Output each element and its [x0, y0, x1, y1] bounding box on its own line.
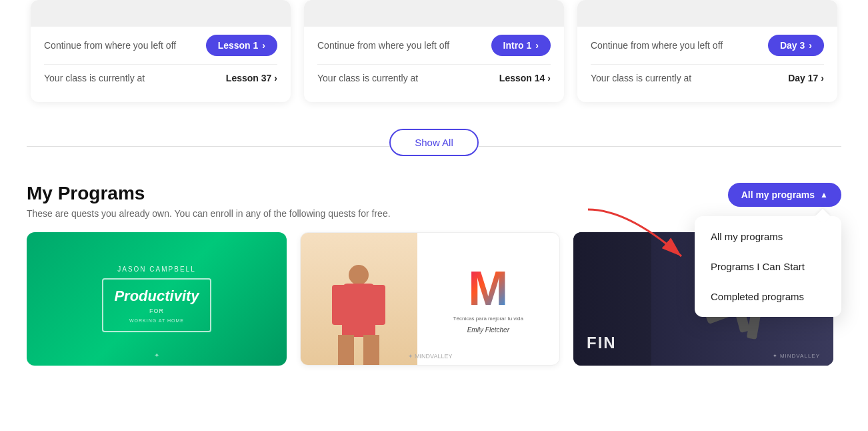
cards-row: Continue from where you left off Lesson … [27, 0, 841, 102]
programs-title-block: My Programs These are quests you already… [27, 183, 391, 219]
author-name: Jason Campbell [102, 266, 211, 273]
program-card-meditation[interactable]: M Técnicas para mejorar tu vida Emily Fl… [300, 232, 560, 366]
my-programs-section: My Programs These are quests you already… [0, 176, 868, 379]
card-2-image [304, 0, 564, 27]
card-1-continue-text: Continue from where you left off [44, 40, 176, 51]
program-card-productivity-inner: Jason Campbell Productivity for Working … [27, 232, 287, 366]
mv-logo-dark: ✦ MINDVALLEY [773, 353, 820, 359]
card-2-continue-row: Continue from where you left off Intro 1… [304, 27, 564, 64]
card-subtitle-for: for [114, 308, 199, 314]
card-2-class-link[interactable]: Lesson 14 › [499, 73, 551, 83]
m-letter: M [468, 264, 508, 312]
chevron-right-icon-3: › [821, 73, 824, 83]
card-1: Continue from where you left off Lesson … [31, 0, 291, 102]
card-2-continue-btn[interactable]: Intro 1 › [491, 35, 551, 56]
cards-section: Continue from where you left off Lesson … [0, 0, 868, 115]
card-3-class-link[interactable]: Day 17 › [788, 73, 824, 83]
program-card-meditation-inner: M Técnicas para mejorar tu vida Emily Fl… [301, 233, 559, 365]
card-3: Continue from where you left off Day 3 ›… [577, 0, 837, 102]
card-3-image [577, 0, 837, 27]
card-title-script: Productivity [114, 288, 199, 305]
card-1-class-link[interactable]: Lesson 37 › [226, 73, 277, 83]
card-1-class-row: Your class is currently at Lesson 37 › [31, 65, 291, 91]
title-box: Productivity for Working at Home [102, 278, 211, 332]
programs-header: My Programs These are quests you already… [27, 183, 841, 219]
dropdown-item-completed[interactable]: Completed programs [695, 282, 841, 312]
dropdown-item-can-start[interactable]: Programs I Can Start [695, 252, 841, 282]
dropdown-menu: All my programs Programs I Can Start Com… [695, 216, 841, 317]
card-1-class-text: Your class is currently at [44, 73, 145, 83]
dropdown-item-all[interactable]: All my programs [695, 222, 841, 252]
programs-title: My Programs [27, 183, 391, 204]
card-2-class-row: Your class is currently at Lesson 14 › [304, 65, 564, 91]
card-3-class-row: Your class is currently at Day 17 › [577, 65, 837, 91]
card-2: Continue from where you left off Intro 1… [304, 0, 564, 102]
page-wrapper: Continue from where you left off Lesson … [0, 0, 868, 431]
card-2-class-text: Your class is currently at [317, 73, 418, 83]
card-3-continue-text: Continue from where you left off [591, 40, 723, 51]
m-author: Emily Fletcher [467, 326, 509, 334]
program-card-productivity[interactable]: Jason Campbell Productivity for Working … [27, 232, 287, 366]
chevron-right-icon: › [274, 73, 277, 83]
filter-btn-label: All my programs [741, 189, 815, 200]
show-all-section: Show All [0, 115, 868, 176]
programs-subtitle: These are quests you already own. You ca… [27, 208, 391, 219]
arrow-icon: › [262, 40, 265, 51]
filter-button[interactable]: All my programs ▲ [728, 183, 841, 207]
card-subtitle-wah: Working at Home [114, 318, 199, 323]
card-3-continue-btn[interactable]: Day 3 › [768, 35, 824, 56]
filter-container: All my programs ▲ All my programs Progra… [728, 183, 841, 207]
arrow-icon-3: › [809, 40, 812, 51]
mv-logo-white: ✦ MINDVALLEY [408, 353, 453, 360]
show-all-button[interactable]: Show All [389, 129, 479, 156]
m-subtitle: Técnicas para mejorar tu vida [453, 315, 523, 322]
mv-logo-green: ✦ [154, 352, 159, 359]
card-1-continue-btn[interactable]: Lesson 1 › [206, 35, 277, 56]
green-card-content: Jason Campbell Productivity for Working … [89, 252, 224, 346]
chevron-up-icon: ▲ [820, 190, 828, 199]
card-1-continue-row: Continue from where you left off Lesson … [31, 27, 291, 64]
card-2-continue-text: Continue from where you left off [317, 40, 449, 51]
chevron-right-icon-2: › [547, 73, 551, 83]
finish-text: FIN [587, 334, 617, 352]
card-3-class-text: Your class is currently at [591, 73, 691, 83]
arrow-icon-2: › [535, 40, 539, 51]
card-3-continue-row: Continue from where you left off Day 3 › [577, 27, 837, 64]
card-1-image [31, 0, 291, 27]
